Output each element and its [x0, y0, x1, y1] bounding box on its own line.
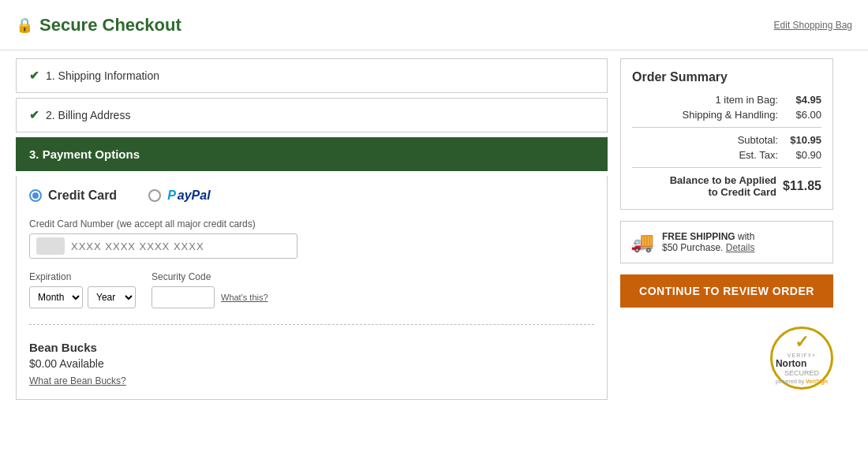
summary-divider-1 [632, 127, 821, 128]
expiry-security-row: Expiration Month 010203 040506 070809 10… [29, 271, 594, 308]
lock-icon: 🔒 [16, 17, 33, 34]
balance-value: $11.85 [783, 179, 821, 193]
page-title: Secure Checkout [39, 15, 181, 35]
item-value: $4.95 [778, 94, 821, 106]
balance-label: Balance to be Appliedto Credit Card [632, 174, 783, 198]
free-shipping-text: FREE SHIPPING with $50 Purchase. Details [662, 231, 754, 253]
payment-methods: Credit Card PayPal [29, 188, 594, 203]
bean-bucks-title: Bean Bucks [29, 341, 594, 354]
step-1-shipping[interactable]: ✔ 1. Shipping Information [16, 58, 608, 93]
payment-section: Credit Card PayPal Credit Card Number (w… [16, 176, 608, 400]
step-1-checkmark: ✔ [29, 69, 39, 83]
summary-shipping-row: Shipping & Handling: $6.00 [632, 109, 821, 121]
credit-card-radio[interactable] [29, 189, 42, 202]
paypal-option[interactable]: PayPal [148, 188, 210, 203]
step-2-label: 2. Billing Address [46, 109, 130, 121]
security-code-group: Security Code What's this? [152, 271, 268, 308]
expiry-group: Expiration Month 010203 040506 070809 10… [29, 271, 136, 308]
bean-bucks-amount: $0.00 Available [29, 357, 594, 370]
paypal-icon: PayPal [167, 188, 210, 203]
details-link[interactable]: Details [726, 242, 755, 253]
step-2-billing[interactable]: ✔ 2. Billing Address [16, 98, 608, 132]
main-layout: ✔ 1. Shipping Information ✔ 2. Billing A… [0, 50, 868, 408]
norton-verify-text: VERIFY+ [776, 353, 828, 358]
paypal-radio[interactable] [148, 189, 161, 202]
credit-card-label: Credit Card [48, 188, 117, 203]
tax-label: Est. Tax: [632, 149, 778, 161]
whats-this-link[interactable]: What's this? [221, 293, 268, 302]
step-3-payment: 3. Payment Options [16, 137, 608, 171]
summary-item-row: 1 item in Bag: $4.95 [632, 94, 821, 106]
norton-powered-text: powered by VeriSign [776, 379, 828, 384]
card-number-wrapper [29, 233, 297, 259]
security-code-label: Security Code [152, 271, 268, 282]
credit-card-option[interactable]: Credit Card [29, 188, 117, 203]
order-summary-title: Order Summary [632, 70, 821, 84]
step-2-checkmark: ✔ [29, 108, 39, 122]
norton-secured-seal: ✓ VERIFY+ Norton SECURED powered by Veri… [770, 327, 833, 390]
free-shipping-box: 🚚 FREE SHIPPING with $50 Purchase. Detai… [620, 221, 833, 263]
header: 🔒 Secure Checkout Edit Shopping Bag [0, 0, 868, 50]
summary-subtotal-row: Subtotal: $10.95 [632, 134, 821, 146]
card-number-group: Credit Card Number (we accept all major … [29, 218, 594, 259]
summary-tax-row: Est. Tax: $0.90 [632, 149, 821, 161]
shipping-label: Shipping & Handling: [632, 109, 778, 121]
free-shipping-label: FREE SHIPPING [662, 231, 735, 242]
norton-secured-text: SECURED [776, 369, 828, 377]
subtotal-value: $10.95 [778, 134, 821, 146]
tax-value: $0.90 [778, 149, 821, 161]
item-label: 1 item in Bag: [632, 94, 778, 106]
norton-text: VERIFY+ Norton SECURED powered by VeriSi… [776, 353, 828, 384]
card-number-input[interactable] [71, 241, 290, 252]
security-row: What's this? [152, 286, 268, 308]
truck-icon: 🚚 [630, 231, 654, 253]
expiry-selects: Month 010203 040506 070809 101112 Year 2… [29, 286, 136, 308]
security-code-input[interactable] [152, 286, 215, 308]
section-divider [29, 324, 594, 325]
norton-badge: ✓ VERIFY+ Norton SECURED powered by Veri… [620, 319, 833, 397]
card-icon [36, 237, 65, 255]
step-1-label: 1. Shipping Information [46, 69, 159, 82]
bean-bucks-link[interactable]: What are Bean Bucks? [29, 375, 126, 386]
norton-checkmark-icon: ✓ [795, 332, 809, 353]
balance-row: Balance to be Appliedto Credit Card $11.… [632, 174, 821, 198]
header-left: 🔒 Secure Checkout [16, 15, 181, 35]
expiration-label: Expiration [29, 271, 136, 282]
year-select[interactable]: Year 202420252026 202720282029 2030 [88, 286, 136, 308]
shipping-value: $6.00 [778, 109, 821, 121]
subtotal-label: Subtotal: [632, 134, 778, 146]
order-summary: Order Summary 1 item in Bag: $4.95 Shipp… [620, 58, 833, 210]
edit-shopping-bag-link[interactable]: Edit Shopping Bag [774, 20, 852, 31]
continue-to-review-button[interactable]: CONTINUE TO REVIEW ORDER [620, 274, 833, 308]
norton-verisign-text: VeriSign [806, 379, 828, 384]
card-number-label: Credit Card Number (we accept all major … [29, 218, 594, 230]
left-column: ✔ 1. Shipping Information ✔ 2. Billing A… [16, 58, 608, 400]
norton-name: Norton [776, 358, 806, 369]
bean-bucks-section: Bean Bucks $0.00 Available What are Bean… [29, 341, 594, 386]
summary-divider-2 [632, 167, 821, 168]
month-select[interactable]: Month 010203 040506 070809 101112 [29, 286, 83, 308]
right-column: Order Summary 1 item in Bag: $4.95 Shipp… [620, 58, 833, 400]
step-3-label: 3. Payment Options [29, 147, 140, 161]
